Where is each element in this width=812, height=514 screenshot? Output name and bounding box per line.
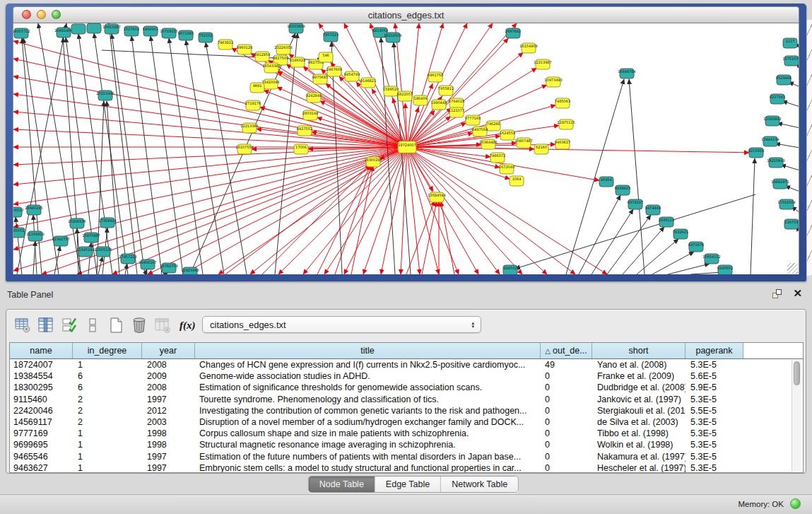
graph-node-label: 16543382 bbox=[262, 64, 280, 68]
graph-node-label: 18107554 bbox=[235, 145, 253, 149]
column-header-year[interactable]: year bbox=[142, 343, 195, 358]
table-row[interactable]: 2242004622012Investigating the contribut… bbox=[10, 405, 803, 416]
zoom-window-button[interactable] bbox=[52, 10, 61, 19]
cell-in_degree: 2 bbox=[73, 416, 142, 428]
table-select-dropdown[interactable]: citations_edges.txt ▴▾ bbox=[202, 316, 481, 333]
graph-node-label: 10653287 bbox=[102, 25, 120, 29]
table-scrollbar[interactable] bbox=[792, 360, 801, 471]
merge-tables-icon[interactable] bbox=[83, 316, 102, 334]
table-panel-title: Table Panel bbox=[7, 290, 53, 300]
delete-table-icon[interactable] bbox=[130, 316, 148, 334]
tab-network-table[interactable]: Network Table bbox=[441, 477, 518, 492]
cell-pagerank: 5.5E-5 bbox=[686, 405, 743, 416]
graph-node-label: 2718176 bbox=[245, 101, 261, 105]
graph-node-label: 2967608 bbox=[326, 67, 342, 71]
graph-node-label: 23420046 bbox=[261, 80, 279, 84]
cell-out_de: 0 bbox=[541, 462, 592, 473]
node-table: namein_degreeyeartitle△out_de...shortpag… bbox=[9, 342, 804, 473]
graph-node-label: 1064 bbox=[512, 177, 522, 181]
graph-node-teal[interactable] bbox=[71, 24, 86, 34]
graph-node-label: 746266 bbox=[486, 122, 500, 126]
close-panel-icon[interactable]: ✕ bbox=[793, 287, 802, 300]
network-canvas[interactable]: 1405571220691406106532871527602646616110… bbox=[13, 23, 799, 274]
table-row[interactable]: 1872400712008Changes of HCN gene express… bbox=[10, 359, 803, 370]
graph-node-label: 11545194 bbox=[76, 247, 94, 252]
column-header-short[interactable]: short bbox=[592, 343, 686, 358]
table-tabs: Node Table Edge Table Network Table bbox=[308, 476, 519, 493]
table-settings-icon[interactable] bbox=[13, 316, 32, 334]
table-row[interactable]: 1830029562008Estimation of significance … bbox=[10, 382, 803, 393]
cell-name: 9465546 bbox=[10, 451, 73, 462]
table-row[interactable]: 1456911722003Disruption of a novel membe… bbox=[10, 416, 803, 428]
graph-node-label: 9245652 bbox=[717, 266, 733, 270]
edit-columns-icon[interactable] bbox=[37, 316, 55, 334]
cell-in_degree: 1 bbox=[73, 451, 142, 462]
cell-title: Tourette syndrome. Phenomenology and cla… bbox=[195, 394, 541, 405]
new-table-icon[interactable] bbox=[107, 316, 125, 334]
tab-edge-table[interactable]: Edge Table bbox=[375, 477, 441, 492]
graph-node-label: 8454749 bbox=[344, 72, 360, 76]
graph-node-label: 8813054 bbox=[372, 28, 388, 33]
memory-status-label: Memory: OK bbox=[738, 500, 784, 508]
citation-network-graph[interactable]: 1405571220691406106532871527602646616110… bbox=[13, 23, 799, 274]
cell-in_degree: 1 bbox=[73, 359, 142, 370]
network-window-titlebar[interactable]: citations_edges.txt bbox=[13, 6, 799, 23]
graph-node-label: 9463627 bbox=[555, 140, 570, 144]
column-header-in_degree[interactable]: in_degree bbox=[73, 343, 142, 358]
cell-short: Nakamura et al. (1997) bbox=[592, 451, 686, 462]
dropdown-arrows-icon: ▴▾ bbox=[471, 321, 481, 328]
scrollbar-thumb[interactable] bbox=[794, 361, 800, 385]
table-row[interactable]: 1938455462009Genome-wide association stu… bbox=[10, 370, 803, 382]
graph-node-label: 1121077 bbox=[449, 108, 464, 112]
cell-name: 18724007 bbox=[10, 359, 73, 370]
tab-node-table[interactable]: Node Table bbox=[309, 477, 375, 492]
graph-node-label: 17006 bbox=[295, 145, 307, 149]
table-row[interactable]: 946362711997Embryonic stem cells: a mode… bbox=[10, 462, 803, 473]
graph-node-label: 1588520 bbox=[383, 87, 399, 91]
graph-node-label: 18300295 bbox=[364, 158, 382, 162]
close-window-button[interactable] bbox=[22, 10, 31, 19]
row-selection-icon[interactable] bbox=[60, 316, 78, 334]
cell-in_degree: 1 bbox=[73, 428, 142, 439]
graph-node-label: 1527602 bbox=[124, 27, 139, 31]
table-row[interactable]: 977716911998Corpus callosum shape and si… bbox=[10, 428, 803, 439]
cell-name: 18300295 bbox=[10, 382, 73, 393]
table-header-row: namein_degreeyeartitle△out_de...shortpag… bbox=[10, 343, 803, 359]
graph-node-label: 9671385 bbox=[178, 31, 194, 35]
cell-out_de: 0 bbox=[541, 428, 592, 439]
column-header-title[interactable]: title bbox=[195, 343, 541, 358]
graph-node-label: 8186328 bbox=[290, 58, 305, 62]
minimize-window-button[interactable] bbox=[37, 10, 46, 19]
table-row[interactable]: 911546021997Tourette syndrome. Phenomeno… bbox=[10, 394, 803, 405]
cell-in_degree: 1 bbox=[73, 462, 142, 473]
column-header-pagerank[interactable]: pagerank bbox=[686, 343, 743, 358]
canvas-resize-grip[interactable] bbox=[787, 263, 798, 274]
graph-node-label: 19218506 bbox=[384, 33, 401, 37]
column-header-out_de[interactable]: △out_de... bbox=[541, 343, 592, 358]
graph-node-label: 8427552 bbox=[297, 127, 312, 131]
graph-node-label: 12975115 bbox=[557, 120, 575, 124]
graph-nodes[interactable]: 1405571220691406106532871527602646616110… bbox=[13, 23, 799, 274]
graph-node-label: 40954 bbox=[601, 177, 612, 182]
table-row[interactable]: 946554611997Estimation of the future num… bbox=[10, 451, 803, 462]
table-row[interactable]: 969969511998Structural magnetic resonanc… bbox=[10, 439, 803, 450]
graph-node-label: 20206536 bbox=[68, 219, 86, 223]
graph-node-teal[interactable] bbox=[87, 23, 101, 33]
graph-node-label: 19892971 bbox=[771, 180, 789, 184]
cell-short: Jankovic et al. (1997) bbox=[592, 394, 686, 405]
table-panel-box: f(x) citations_edges.txt ▴▾ namein_degre… bbox=[6, 309, 806, 474]
graph-node-label: 16782759 bbox=[160, 264, 177, 268]
column-header-name[interactable]: name bbox=[10, 343, 73, 358]
float-panel-icon[interactable] bbox=[772, 289, 783, 300]
cell-pagerank: 5.6E-5 bbox=[686, 370, 743, 382]
graph-node-label: 7857223 bbox=[323, 33, 339, 37]
table-toolbar: f(x) bbox=[13, 315, 203, 336]
cell-year: 1998 bbox=[142, 439, 195, 450]
graph-node-label: 8960128 bbox=[237, 45, 252, 49]
memory-ok-indicator bbox=[790, 498, 801, 509]
graph-node-label: 7632621 bbox=[673, 230, 688, 234]
function-builder-icon[interactable]: f(x) bbox=[180, 320, 196, 332]
cell-pagerank: 5.9E-5 bbox=[686, 382, 743, 393]
cell-title: Disruption of a novel member of a sodium… bbox=[195, 416, 541, 428]
graph-node-label: 9777169 bbox=[465, 116, 481, 120]
